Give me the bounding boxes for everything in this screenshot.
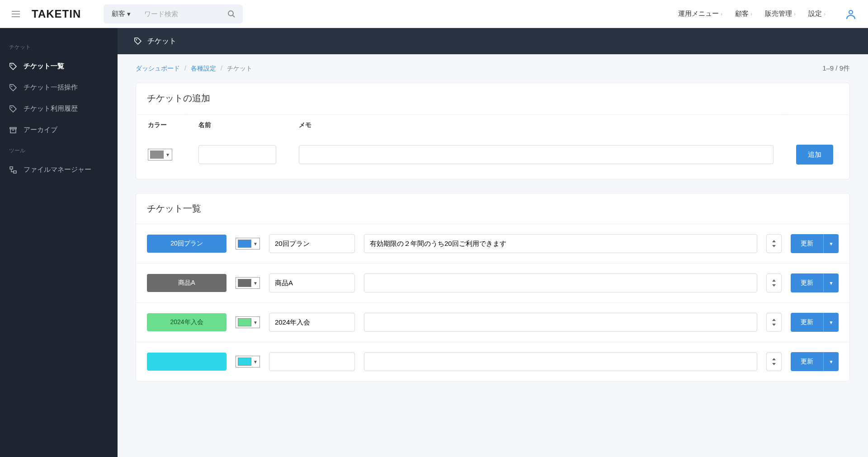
sidebar-item-file-manager[interactable]: ファイルマネージャー (0, 159, 118, 180)
ticket-badge: 商品A (147, 274, 226, 292)
sort-icon (771, 240, 777, 247)
page-title-bar: チケット (118, 28, 868, 54)
caret-down-icon: ▼ (829, 241, 834, 246)
sort-icon (771, 358, 777, 365)
ticket-name-input[interactable] (269, 273, 355, 292)
svg-point-11 (136, 39, 137, 40)
add-button[interactable]: 追加 (796, 145, 833, 165)
tag-icon (9, 105, 17, 113)
search-icon (227, 10, 236, 18)
nav-settings[interactable]: 設定 › (808, 9, 826, 18)
ticket-memo-input[interactable] (364, 234, 757, 253)
logo[interactable]: TAKETIN (32, 8, 81, 20)
ticket-name-input[interactable] (269, 313, 355, 332)
breadcrumb: ダッシュボード / 各種設定 / チケット (136, 65, 252, 73)
svg-point-2 (849, 10, 853, 14)
svg-point-0 (228, 11, 233, 16)
color-swatch (238, 240, 251, 248)
sort-handle[interactable] (766, 352, 782, 371)
color-swatch (238, 358, 251, 366)
sort-handle[interactable] (766, 273, 782, 292)
color-picker[interactable]: ▼ (236, 238, 260, 250)
sidebar-item-label: チケット一括操作 (24, 83, 78, 92)
ticket-name-input[interactable] (269, 352, 355, 371)
update-dropdown-button[interactable]: ▼ (823, 352, 839, 371)
update-dropdown-button[interactable]: ▼ (823, 313, 839, 332)
search-scope-dropdown[interactable]: 顧客 ▾ (104, 9, 139, 18)
update-button[interactable]: 更新 (791, 313, 823, 332)
nav-label: 顧客 (735, 9, 749, 18)
caret-down-icon: ▼ (165, 152, 170, 157)
color-swatch (238, 318, 251, 326)
sidebar-item-label: アーカイブ (24, 126, 57, 134)
nav-label: 販売管理 (765, 9, 792, 18)
svg-point-4 (11, 85, 12, 86)
hamburger-icon (12, 11, 20, 17)
add-name-input[interactable] (198, 145, 276, 164)
caret-down-icon: ▼ (829, 281, 834, 286)
sidebar-item-ticket-list[interactable]: チケット一覧 (0, 56, 118, 77)
sort-handle[interactable] (766, 234, 782, 253)
color-picker[interactable]: ▼ (236, 277, 260, 289)
user-menu[interactable] (843, 6, 859, 22)
add-memo-input[interactable] (299, 145, 774, 164)
update-dropdown-button[interactable]: ▼ (823, 273, 839, 292)
color-swatch (238, 279, 251, 287)
caret-down-icon: ▾ (127, 10, 131, 18)
nav-sales[interactable]: 販売管理 › (765, 9, 796, 18)
subheader: ダッシュボード / 各種設定 / チケット 1–9 / 9件 (118, 54, 868, 83)
ticket-row: 2024年入会 ▼ 更新 ▼ (136, 302, 849, 342)
ticket-list-card: チケット一覧 20回プラン ▼ 更新 ▼ 商品A ▼ (136, 193, 850, 382)
color-picker[interactable]: ▼ (236, 356, 260, 367)
caret-down-icon: ▼ (253, 320, 258, 325)
svg-line-1 (233, 15, 235, 17)
update-button[interactable]: 更新 (791, 234, 823, 253)
search-scope-label: 顧客 (112, 9, 125, 18)
color-picker[interactable]: ▼ (236, 316, 260, 328)
col-header-color: カラー (137, 114, 187, 136)
result-count: 1–9 / 9件 (822, 64, 850, 73)
update-split-button: 更新 ▼ (791, 273, 839, 292)
menu-toggle-button[interactable] (9, 7, 23, 21)
ticket-row: ▼ 更新 ▼ (136, 342, 849, 381)
user-icon (845, 8, 857, 20)
update-split-button: 更新 ▼ (791, 352, 839, 371)
ticket-badge: 20回プラン (147, 235, 226, 253)
sidebar-item-label: チケット利用履歴 (24, 104, 78, 113)
col-header-name: 名前 (188, 114, 287, 136)
sidebar-item-ticket-bulk[interactable]: チケット一括操作 (0, 77, 118, 98)
ticket-memo-input[interactable] (364, 273, 757, 292)
breadcrumb-dashboard[interactable]: ダッシュボード (136, 65, 180, 73)
sort-handle[interactable] (766, 313, 782, 332)
update-button[interactable]: 更新 (791, 273, 823, 292)
ticket-name-input[interactable] (269, 234, 355, 253)
color-picker[interactable]: ▼ (148, 149, 172, 160)
chevron-right-icon: › (794, 11, 796, 17)
sidebar-section-tickets: チケット (0, 37, 118, 56)
nav-operation-menu[interactable]: 運用メニュー › (678, 9, 722, 18)
breadcrumb-settings[interactable]: 各種設定 (191, 65, 216, 73)
sidebar-item-label: ファイルマネージャー (24, 165, 91, 174)
update-split-button: 更新 ▼ (791, 234, 839, 253)
update-split-button: 更新 ▼ (791, 313, 839, 332)
nav-customers[interactable]: 顧客 › (735, 9, 752, 18)
sort-icon (771, 279, 777, 287)
sidebar-item-ticket-history[interactable]: チケット利用履歴 (0, 98, 118, 119)
tag-icon (9, 84, 17, 92)
update-dropdown-button[interactable]: ▼ (823, 234, 839, 253)
ticket-row: 20回プラン ▼ 更新 ▼ (136, 224, 849, 263)
search-button[interactable] (220, 10, 243, 18)
ticket-memo-input[interactable] (364, 313, 757, 332)
search-input[interactable] (139, 10, 220, 18)
update-button[interactable]: 更新 (791, 352, 823, 371)
nav-right: 運用メニュー › 顧客 › 販売管理 › 設定 › (678, 6, 859, 22)
svg-point-3 (11, 64, 12, 65)
breadcrumb-current: チケット (227, 65, 252, 73)
ticket-memo-input[interactable] (364, 352, 757, 371)
ticket-row: 商品A ▼ 更新 ▼ (136, 263, 849, 302)
breadcrumb-separator: / (221, 65, 222, 73)
sidebar-item-archive[interactable]: アーカイブ (0, 119, 118, 141)
tag-icon (134, 37, 142, 45)
svg-rect-9 (10, 167, 13, 169)
chevron-right-icon: › (824, 11, 826, 17)
